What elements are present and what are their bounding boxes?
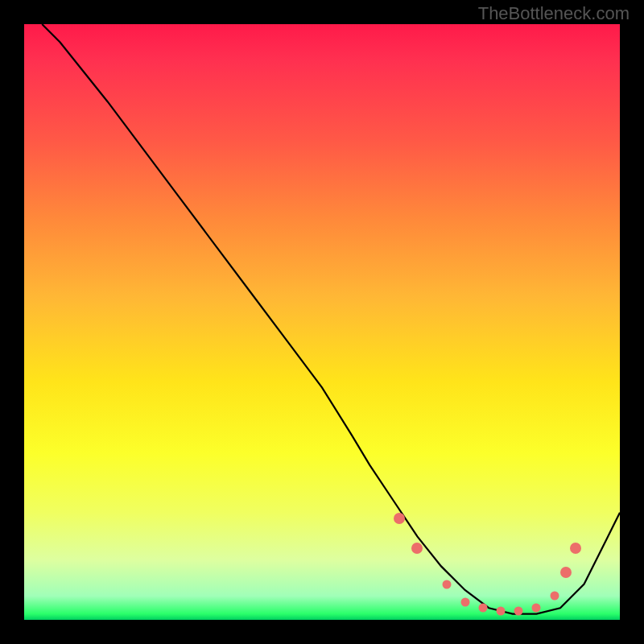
marker-dot bbox=[514, 606, 523, 615]
bottleneck-curve bbox=[24, 24, 620, 620]
chart-plot-area bbox=[24, 24, 620, 620]
marker-dot bbox=[443, 580, 452, 588]
marker-dot bbox=[478, 604, 487, 613]
marker-dot bbox=[560, 567, 572, 578]
marker-dot bbox=[411, 543, 423, 554]
watermark-text: TheBottleneck.com bbox=[478, 3, 630, 24]
marker-dot bbox=[460, 597, 469, 606]
marker-dot bbox=[394, 513, 405, 524]
marker-dot bbox=[550, 592, 559, 601]
marker-dot bbox=[497, 606, 506, 615]
marker-dot bbox=[570, 543, 581, 554]
marker-dot bbox=[532, 604, 541, 613]
